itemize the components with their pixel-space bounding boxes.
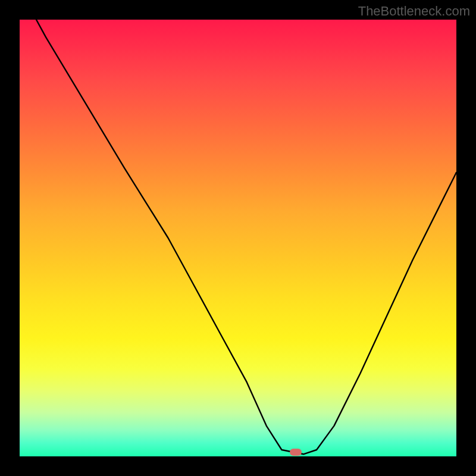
bottleneck-curve (20, 20, 456, 456)
plot-area (20, 20, 456, 456)
watermark-text: TheBottleneck.com (358, 4, 470, 19)
optimal-point-marker (290, 449, 302, 456)
